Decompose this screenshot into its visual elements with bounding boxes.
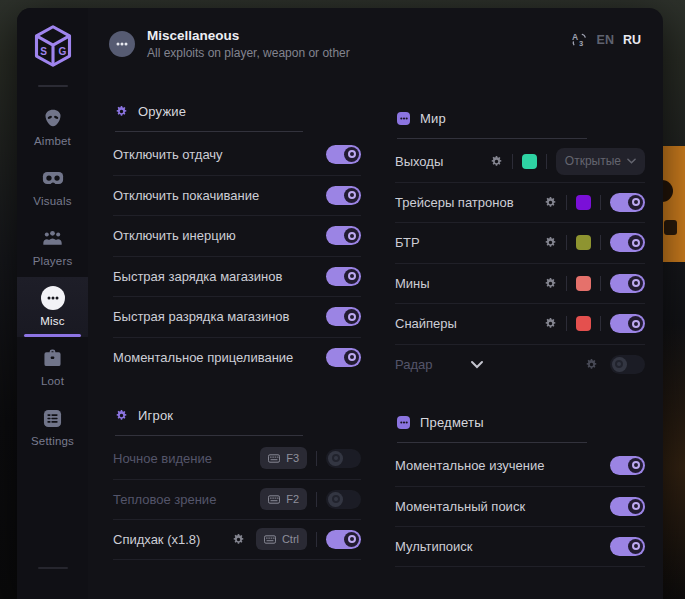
alien-icon: [43, 108, 63, 128]
toggle[interactable]: [610, 314, 645, 333]
color-swatch[interactable]: [576, 195, 591, 210]
section-title: Оружие: [138, 104, 186, 119]
sidebar: S G Aimbet Visuals Players: [17, 8, 88, 599]
setting-row: Снайперы: [395, 303, 645, 344]
sidebar-item-label: Loot: [41, 375, 64, 387]
setting-row: БТР: [395, 222, 645, 263]
sidebar-item-loot[interactable]: Loot: [17, 337, 88, 397]
sidebar-divider: [38, 85, 68, 87]
toggle[interactable]: [610, 274, 645, 293]
setting-row: Ночное видение F3: [113, 438, 361, 479]
section-world: Мир Выходы: [395, 111, 645, 384]
section-divider: [115, 131, 303, 132]
toggle[interactable]: [610, 193, 645, 212]
content: Оружие Отключить отдачу Отключить покачи…: [88, 60, 663, 567]
lang-en-button[interactable]: EN: [597, 33, 614, 47]
sidebar-item-misc[interactable]: Misc: [17, 277, 88, 337]
keyboard-icon: [268, 495, 280, 504]
section-title: Мир: [420, 111, 446, 126]
gear-icon[interactable]: [490, 155, 503, 168]
gear-icon[interactable]: [544, 196, 557, 209]
section-divider: [397, 138, 587, 139]
color-swatch[interactable]: [576, 316, 591, 331]
setting-row: Мины: [395, 263, 645, 304]
toggle[interactable]: [610, 233, 645, 252]
gear-icon[interactable]: [585, 358, 598, 371]
toggle[interactable]: [326, 226, 361, 245]
keyboard-icon: [268, 454, 280, 463]
toggle[interactable]: [326, 267, 361, 286]
dots-square-icon: [397, 112, 410, 125]
background-orange-banner: [662, 146, 685, 262]
briefcase-icon: [43, 348, 62, 368]
page-subtitle: All exploits on player, weapon or other: [147, 46, 350, 60]
sidebar-item-label: Aimbet: [34, 135, 71, 147]
cheat-menu-window: S G Aimbet Visuals Players: [17, 8, 663, 599]
chevron-down-icon: [627, 158, 636, 164]
toggle[interactable]: [326, 145, 361, 164]
toggle[interactable]: [326, 186, 361, 205]
section-weapon: Оружие Отключить отдачу Отключить покачи…: [113, 104, 361, 377]
sidebar-item-aimbet[interactable]: Aimbet: [17, 97, 88, 157]
svg-text:A: A: [572, 32, 578, 42]
toggle[interactable]: [326, 348, 361, 367]
gear-icon[interactable]: [544, 317, 557, 330]
header: Miscellaneous All exploits on player, we…: [88, 8, 663, 60]
chevron-down-icon[interactable]: [470, 360, 510, 369]
section-player: Игрок Ночное видение F3: [113, 408, 361, 560]
setting-row: Моментальный поиск: [395, 486, 645, 527]
gear-icon[interactable]: [544, 277, 557, 290]
setting-row: Отключить отдачу: [113, 134, 361, 175]
lang-ru-button[interactable]: RU: [623, 33, 641, 47]
exits-dropdown[interactable]: Открытые: [556, 148, 645, 175]
color-swatch[interactable]: [522, 154, 537, 169]
toggle[interactable]: [610, 537, 645, 556]
setting-row: Выходы Открытые: [395, 141, 645, 182]
color-swatch[interactable]: [576, 235, 591, 250]
setting-row: Моментальное прицеливание: [113, 337, 361, 378]
keybind-badge[interactable]: Ctrl: [256, 528, 307, 550]
ellipsis-circle-icon: [109, 31, 135, 57]
gear-icon[interactable]: [232, 533, 245, 546]
toggle[interactable]: [326, 307, 361, 326]
color-swatch[interactable]: [576, 276, 591, 291]
setting-row: Быстрая разрядка магазинов: [113, 296, 361, 337]
toggle[interactable]: [610, 355, 645, 374]
sidebar-item-label: Players: [33, 255, 73, 267]
gear-icon: [115, 105, 128, 118]
sidebar-item-players[interactable]: Players: [17, 217, 88, 277]
setting-row: Тепловое зрение F2: [113, 479, 361, 520]
banner-mark: [664, 220, 677, 235]
players-icon: [42, 228, 63, 248]
column-right: Мир Выходы: [395, 104, 645, 567]
sidebar-bottom-divider: [38, 567, 68, 569]
section-divider: [115, 435, 303, 436]
sidebar-item-settings[interactable]: Settings: [17, 397, 88, 457]
section-divider: [397, 442, 587, 443]
column-left: Оружие Отключить отдачу Отключить покачи…: [113, 104, 361, 567]
sidebar-item-visuals[interactable]: Visuals: [17, 157, 88, 217]
toggle[interactable]: [326, 530, 361, 549]
sidebar-item-label: Settings: [31, 435, 74, 447]
sidebar-nav: Aimbet Visuals Players: [17, 97, 88, 457]
dots-square-icon: [397, 416, 410, 429]
main-panel: Miscellaneous All exploits on player, we…: [88, 8, 663, 599]
toggle[interactable]: [326, 490, 361, 509]
setting-row: Быстрая зарядка магазинов: [113, 256, 361, 297]
setting-row: Моментальное изучение: [395, 445, 645, 486]
toggle[interactable]: [326, 449, 361, 468]
setting-row: Трейсеры патронов: [395, 182, 645, 223]
svg-text:з: з: [579, 38, 583, 48]
ellipsis-circle-icon: [41, 288, 65, 308]
toggle[interactable]: [610, 497, 645, 516]
gear-icon[interactable]: [544, 236, 557, 249]
setting-row: Спидхак (x1.8) Ctrl: [113, 519, 361, 560]
svg-text:S: S: [40, 46, 47, 57]
section-title: Предметы: [420, 415, 484, 430]
svg-text:G: G: [58, 46, 66, 57]
app-logo-icon: S G: [31, 23, 75, 69]
toggle[interactable]: [610, 456, 645, 475]
keybind-badge[interactable]: F3: [260, 447, 307, 469]
translate-icon[interactable]: Aз: [571, 31, 588, 48]
keybind-badge[interactable]: F2: [260, 488, 307, 510]
